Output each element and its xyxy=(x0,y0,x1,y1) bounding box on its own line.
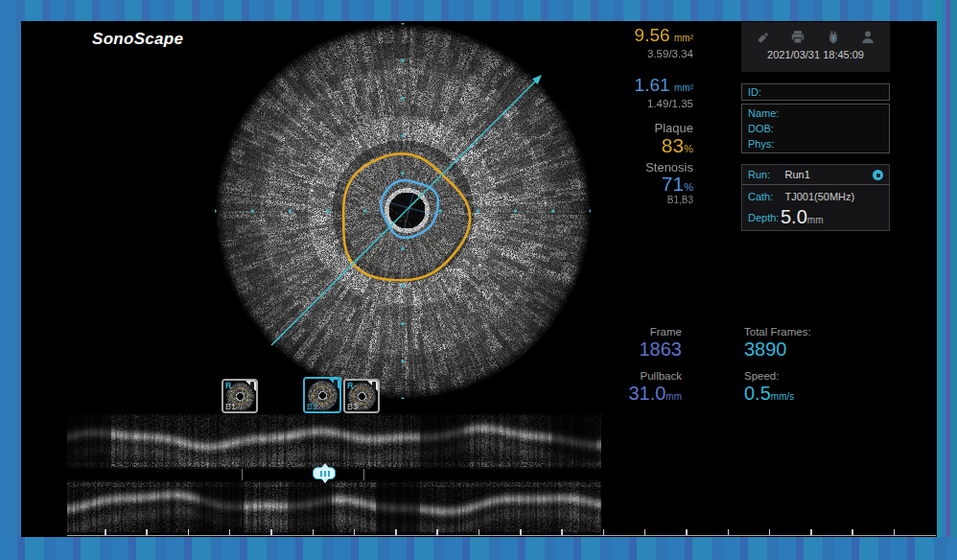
ruler-tick xyxy=(313,529,315,535)
depth-row: Depth:5.0mm xyxy=(742,206,889,229)
ruler-tick xyxy=(769,529,771,535)
ruler-tick xyxy=(852,529,853,535)
speed-label: Speed: xyxy=(744,369,811,383)
ruler-tick xyxy=(105,529,106,535)
ruler-tick xyxy=(478,529,480,535)
ruler-tick xyxy=(188,529,190,535)
bookmark-label: B3 xyxy=(347,402,358,411)
ruler-tick xyxy=(644,529,646,535)
bookmark-thumb-b1[interactable]: R B1 xyxy=(222,379,258,413)
ruler-tick xyxy=(686,529,688,535)
run-label: Run: xyxy=(742,165,781,185)
frame-label: Frame xyxy=(628,325,682,338)
printer-icon[interactable] xyxy=(789,29,806,46)
catheter-row: Cath: TJ001(50MHz) xyxy=(742,187,889,206)
stenosis-label: Stenosis xyxy=(578,161,693,175)
ruler-baseline xyxy=(67,535,936,537)
run-value: Run1 xyxy=(784,169,809,180)
pullback-ruler xyxy=(67,528,936,536)
vessel-diameters: 3.59/3.34 xyxy=(578,48,693,59)
plaque-value: 83% xyxy=(578,135,693,156)
stenosis-reference: B1,B3 xyxy=(578,196,693,206)
run-row[interactable]: Run: Run1 xyxy=(742,165,889,185)
ruler-tick xyxy=(395,529,397,535)
vessel-area-value: 9.56 mm² xyxy=(578,26,693,45)
user-icon[interactable] xyxy=(859,29,876,46)
ruler-tick xyxy=(561,529,563,535)
ruler-tick xyxy=(810,529,812,535)
frame-edge-right xyxy=(937,0,957,560)
measurement-readouts: 9.56 mm² 3.59/3.34 1.61 mm² 1.49/1.35 Pl… xyxy=(578,26,693,206)
ruler-tick xyxy=(603,529,605,535)
cath-label: Cath: xyxy=(742,187,781,206)
system-toolbar: 2021/03/31 18:45:09 xyxy=(741,22,890,72)
patient-phys-label: Phys: xyxy=(742,136,889,152)
stenosis-value: 71% xyxy=(578,174,693,195)
bookmark-thumb-b3[interactable]: R B3 xyxy=(343,379,380,413)
patient-info-box[interactable]: Name: DOB: Phys: xyxy=(741,104,890,153)
totals-speed-block: Total Frames: 3890 Speed: 0.5mm/s xyxy=(744,325,811,408)
record-indicator-icon[interactable] xyxy=(873,170,883,180)
probe-icon[interactable] xyxy=(825,29,842,46)
pullback-value: 31.0mm xyxy=(628,383,682,408)
lumen-area-value: 1.61 mm² xyxy=(578,76,693,95)
ruler-tick xyxy=(229,529,231,535)
usb-icon[interactable] xyxy=(755,29,772,46)
patient-id-box[interactable]: ID: xyxy=(741,83,890,101)
ruler-tick xyxy=(520,529,522,535)
pullback-label: Pullback xyxy=(628,369,682,383)
frame-value: 1863 xyxy=(628,338,682,361)
main-content: SonoScape 9.56 mm² 3.59/3.34 1.61 mm² 1.… xyxy=(21,21,937,537)
bookmark-thumb-b2-selected[interactable]: B2 xyxy=(303,377,341,413)
acquisition-box: Run: Run1 Cath: TJ001(50MHz) Depth:5.0mm xyxy=(741,164,890,231)
cath-value: TJ001(50MHz) xyxy=(784,191,854,202)
datetime-display: 2021/03/31 18:45:09 xyxy=(741,49,890,60)
frame-pullback-block: Frame 1863 Pullback 31.0mm xyxy=(628,325,682,408)
speed-value: 0.5mm/s xyxy=(744,383,811,408)
ivus-cross-section-viewport[interactable] xyxy=(215,23,591,399)
depth-label: Depth: xyxy=(742,206,781,229)
patient-id-label: ID: xyxy=(742,84,889,100)
bookmark-r-marker: R xyxy=(225,381,232,390)
bookmark-label: B2 xyxy=(307,402,317,411)
plaque-label: Plaque xyxy=(578,122,693,135)
total-frames-value: 3890 xyxy=(744,338,811,361)
window-frame: SonoScape 9.56 mm² 3.59/3.34 1.61 mm² 1.… xyxy=(0,0,957,560)
brand-logo: SonoScape xyxy=(92,30,183,49)
depth-unit: mm xyxy=(807,215,824,225)
frame-edge-bottom xyxy=(0,537,957,560)
longitudinal-view-top[interactable] xyxy=(67,413,601,469)
depth-value: 5.0 xyxy=(781,206,807,227)
bookmark-label: B1 xyxy=(225,402,236,411)
ruler-tick xyxy=(894,529,896,535)
ruler-tick xyxy=(728,529,730,535)
ruler-tick xyxy=(146,529,148,535)
longitudinal-view-bottom[interactable] xyxy=(67,480,601,534)
total-frames-label: Total Frames: xyxy=(744,325,811,338)
patient-name-label: Name: xyxy=(742,105,889,121)
ruler-tick xyxy=(354,529,356,535)
lumen-diameters: 1.49/1.35 xyxy=(578,98,693,109)
measurement-overlay xyxy=(215,23,591,399)
frame-scrub-handle[interactable] xyxy=(313,467,336,479)
ruler-tick xyxy=(270,529,272,535)
ruler-tick xyxy=(436,529,438,535)
bookmark-r-marker: R xyxy=(347,381,354,390)
patient-dob-label: DOB: xyxy=(742,121,889,136)
